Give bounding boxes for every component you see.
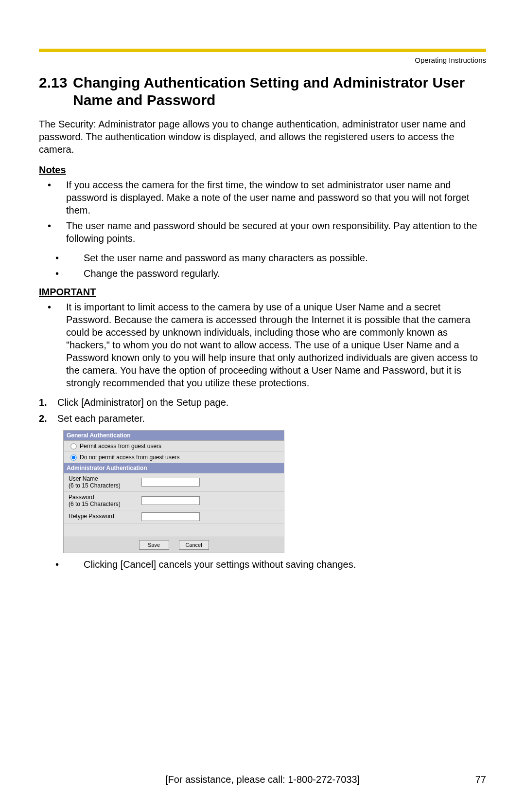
retype-label: Retype Password bbox=[69, 513, 141, 520]
cancel-button[interactable]: Cancel bbox=[179, 540, 209, 550]
notes-sublist: Set the user name and password as many c… bbox=[39, 252, 486, 280]
radio-permit-row: Permit access from guest users bbox=[64, 441, 284, 452]
admin-auth-header: Administrator Authentication bbox=[64, 463, 284, 473]
important-item: It is important to limit access to the c… bbox=[39, 301, 486, 389]
general-auth-header: General Authentication bbox=[64, 431, 284, 441]
save-button[interactable]: Save bbox=[139, 540, 169, 550]
step-number: 2. bbox=[39, 412, 57, 425]
password-input[interactable] bbox=[141, 496, 200, 505]
radio-permit[interactable] bbox=[70, 443, 76, 449]
intro-paragraph: The Security: Administrator page allows … bbox=[39, 118, 486, 156]
running-header: Operating Instructions bbox=[39, 56, 486, 64]
important-label: IMPORTANT bbox=[39, 287, 486, 298]
radio-permit-label: Permit access from guest users bbox=[80, 443, 161, 450]
step-item: 2. Set each parameter. bbox=[39, 412, 486, 425]
panel-spacer bbox=[64, 523, 284, 537]
step-number: 1. bbox=[39, 396, 57, 409]
password-label: Password (6 to 15 Characters) bbox=[69, 494, 141, 508]
page-number: 77 bbox=[475, 774, 486, 785]
accent-bar bbox=[39, 49, 486, 52]
after-figure-list: Clicking [Cancel] cancels your settings … bbox=[39, 558, 486, 571]
notes-list: If you access the camera for the first t… bbox=[39, 179, 486, 245]
note-subitem: Set the user name and password as many c… bbox=[39, 252, 486, 264]
password-row: Password (6 to 15 Characters) bbox=[64, 492, 284, 510]
config-panel: General Authentication Permit access fro… bbox=[63, 430, 284, 553]
section-heading: 2.13 Changing Authentication Setting and… bbox=[39, 74, 486, 109]
radio-deny-row: Do not permit access from guest users bbox=[64, 452, 284, 463]
username-input[interactable] bbox=[141, 478, 200, 487]
retype-input[interactable] bbox=[141, 512, 200, 521]
important-list: It is important to limit access to the c… bbox=[39, 301, 486, 389]
note-subitem: Change the password regularly. bbox=[39, 267, 486, 280]
retype-row: Retype Password bbox=[64, 510, 284, 523]
username-label: User Name (6 to 15 Characters) bbox=[69, 475, 141, 489]
username-row: User Name (6 to 15 Characters) bbox=[64, 473, 284, 492]
section-number: 2.13 bbox=[39, 74, 73, 91]
step-item: 1. Click [Administrator] on the Setup pa… bbox=[39, 396, 486, 409]
after-figure-item: Clicking [Cancel] cancels your settings … bbox=[39, 558, 486, 571]
radio-deny-label: Do not permit access from guest users bbox=[80, 454, 179, 461]
panel-buttons: Save Cancel bbox=[64, 537, 284, 553]
section-title: Changing Authentication Setting and Admi… bbox=[73, 74, 486, 109]
radio-deny[interactable] bbox=[70, 454, 76, 460]
step-text: Click [Administrator] on the Setup page. bbox=[57, 396, 228, 409]
notes-label: Notes bbox=[39, 164, 486, 176]
note-item: The user name and password should be sec… bbox=[39, 219, 486, 245]
steps-list: 1. Click [Administrator] on the Setup pa… bbox=[39, 396, 486, 425]
config-figure: General Authentication Permit access fro… bbox=[63, 430, 486, 553]
footer-assistance: [For assistance, please call: 1-800-272-… bbox=[39, 774, 486, 785]
note-item: If you access the camera for the first t… bbox=[39, 179, 486, 217]
step-text: Set each parameter. bbox=[57, 412, 145, 425]
